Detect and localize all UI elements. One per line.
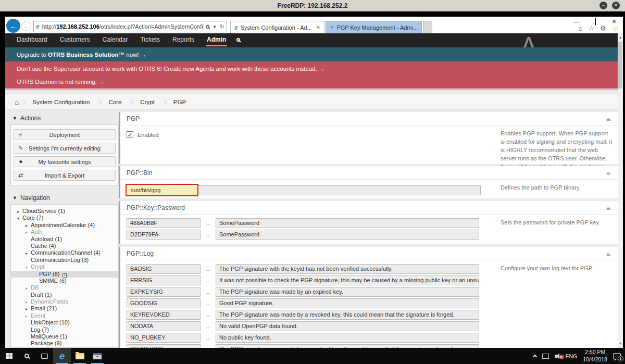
breadcrumb-item[interactable]: Crypt [133, 99, 161, 105]
nav-item-reports[interactable]: Reports [166, 33, 201, 47]
upgrade-banner[interactable]: Upgrade to OTRS Business Solution™ now! … [5, 47, 618, 61]
value-input[interactable]: SomePassword [216, 230, 479, 240]
clock[interactable]: 2:50 PM 10/4/2018 [583, 349, 607, 362]
settings-i-m-currently-editing-button[interactable]: ✎Settings I'm currently editing [14, 143, 116, 154]
external-link-icon[interactable]: ↗ [63, 273, 67, 278]
volume-muted-icon[interactable] [555, 355, 557, 358]
nav-item-customers[interactable]: Customers [54, 33, 96, 47]
nav-item-tickets[interactable]: Tickets [134, 33, 166, 47]
home-icon[interactable]: ⌂ [579, 24, 583, 32]
browser-tab[interactable]: ✶PGP Key Management - Admi... [326, 21, 422, 33]
browser-tab[interactable]: eSystem Configuration - Ad...✕ [230, 21, 324, 33]
chevron-right-icon[interactable]: ▸ [26, 285, 31, 292]
tree-item-mailqueue-1-[interactable]: MailQueue (1) [11, 333, 118, 340]
refresh-icon[interactable]: ↻ [220, 23, 224, 30]
tree-item-pgp-8-[interactable]: PGP (8)↗ [11, 271, 118, 278]
chevron-right-icon[interactable]: ▸ [26, 229, 31, 236]
my-favourite-settings-button[interactable]: ★My favourite settings [14, 156, 116, 167]
language-indicator[interactable]: ENG [566, 353, 578, 359]
highlighted-value-annotation[interactable]: /usr/bin/gpg [126, 184, 198, 196]
tree-item-log-7-[interactable]: Log (7) [11, 327, 118, 333]
address-bar[interactable]: e http://192.168.252.106/otrs/index.pl?A… [33, 21, 227, 32]
network-status-icon[interactable] [542, 354, 549, 359]
browser-back-button[interactable]: ← [6, 19, 20, 33]
task-view-button[interactable] [35, 348, 53, 364]
chevron-right-icon[interactable]: ▸ [26, 222, 31, 229]
tree-item-db[interactable]: ▸DB [11, 284, 118, 291]
superuser-warning-banner[interactable]: Don't use the Superuser account to work … [5, 61, 618, 76]
tree-item-draft-1-[interactable]: Draft (1) [11, 292, 118, 298]
actions-widget-header[interactable]: ▼ Actions [10, 112, 119, 124]
tree-item-communicationlog-3-[interactable]: CommunicationLog (3) [11, 257, 118, 263]
setting-menu-icon[interactable]: ≡ [606, 115, 610, 123]
key-input[interactable]: REVKEYSIG [127, 344, 201, 348]
tree-item-event[interactable]: ▸Event [11, 312, 118, 319]
setting-menu-icon[interactable]: ≡ [606, 204, 610, 212]
value-input[interactable]: The PGP signature was made by an expired… [216, 287, 479, 297]
url-text[interactable]: http://192.168.252.106/otrs/index.pl?Act… [42, 23, 204, 30]
chevron-right-icon[interactable]: ▸ [26, 313, 31, 320]
taskbar-search-button[interactable] [18, 348, 35, 364]
value-input[interactable]: No valid OpenPGP data found. [216, 321, 479, 331]
tree-item-cache-4-[interactable]: Cache (4) [11, 243, 118, 249]
home-breadcrumb-icon[interactable]: ⌂ [15, 98, 19, 106]
key-input[interactable]: ERRSIG [127, 275, 201, 285]
key-input[interactable]: D2DF79FA [127, 230, 201, 240]
daemon-warning-banner[interactable]: OTRS Daemon is not running. → [5, 76, 618, 90]
tree-item-smime-6-[interactable]: SMIME (6) [11, 278, 118, 284]
feedback-smiley-icon[interactable]: ☺ [612, 24, 619, 32]
value-input[interactable]: The PGP signature was made by a revoked … [216, 310, 479, 320]
tree-item-core-7-[interactable]: ▾Core (7) [11, 215, 118, 221]
chevron-down-icon[interactable]: ▾ [26, 264, 31, 271]
tree-item-appointmentcalendar-4-[interactable]: ▸AppointmentCalendar (4) [11, 222, 118, 229]
window-minimize-button[interactable]: — [573, 18, 580, 25]
tree-item-linkobject-10-[interactable]: LinkObject (10) [11, 319, 118, 326]
setting-menu-icon[interactable]: ≡ [606, 250, 610, 258]
key-input[interactable]: NO_PUBKEY [127, 333, 201, 343]
chevron-down-icon[interactable]: ▾ [17, 215, 22, 222]
breadcrumb-item[interactable]: PGP [166, 99, 193, 105]
key-input[interactable]: 488A0B8F [127, 218, 201, 228]
new-tab-button[interactable] [423, 21, 432, 33]
tab-close-icon[interactable]: ✕ [316, 24, 320, 30]
favorites-star-icon[interactable]: ☆ [588, 24, 594, 32]
window-close-button[interactable]: ✕ [610, 18, 618, 25]
tree-item-auth[interactable]: ▸Auth [11, 229, 118, 235]
tree-item-crypt[interactable]: ▾Crypt [11, 263, 118, 270]
tree-item-dynamicfields[interactable]: ▸DynamicFields [11, 298, 118, 305]
tray-expand-icon[interactable] [532, 355, 536, 359]
value-input[interactable]: Good PGP signature. [216, 298, 479, 308]
chevron-right-icon[interactable]: ▸ [26, 299, 31, 306]
key-input[interactable]: BADSIG [127, 264, 201, 274]
chevron-right-icon[interactable]: ▸ [17, 208, 22, 215]
start-button[interactable] [0, 348, 18, 364]
address-dropdown-icon[interactable]: ▾ [213, 23, 216, 30]
value-input[interactable]: The PGP signature with the keyid has not… [216, 264, 479, 274]
scrollbar-down-arrow[interactable]: ▾ [618, 340, 623, 348]
value-input[interactable]: No public key found. [216, 333, 479, 343]
browser-forward-button[interactable]: → [21, 21, 31, 31]
tree-item-email-21-[interactable]: ▸Email (21) [11, 305, 118, 312]
notification-center-icon[interactable]: 1 [613, 353, 621, 359]
taskbar-server-manager-button[interactable] [89, 348, 106, 364]
nav-search-icon[interactable] [236, 38, 240, 42]
nav-item-calendar[interactable]: Calendar [96, 33, 134, 47]
rdp-minimize-button[interactable]: − [599, 2, 607, 9]
breadcrumb-item[interactable]: Core [101, 99, 129, 105]
checkbox-checked-icon[interactable]: ✓ [127, 131, 133, 138]
tree-item-communicationchannel-4-[interactable]: ▸CommunicationChannel (4) [11, 249, 118, 256]
chevron-right-icon[interactable]: ▸ [26, 250, 31, 257]
rdp-close-button[interactable]: ✕ [612, 2, 620, 9]
breadcrumb-item[interactable]: System Configuration [25, 99, 97, 105]
import-export-button[interactable]: ⇄Import & Export [14, 170, 116, 181]
value-input[interactable]: It was not possible to check the PGP sig… [216, 275, 479, 285]
deployment-button[interactable]: ➤Deployment [14, 129, 116, 140]
tree-item-autoload-1-[interactable]: Autoload (1) [11, 236, 118, 243]
chevron-right-icon[interactable]: ▸ [26, 306, 31, 312]
settings-gear-icon[interactable]: ⚙ [600, 24, 606, 32]
value-input[interactable]: SomePassword [216, 218, 479, 228]
nav-item-admin[interactable]: Admin [201, 33, 232, 47]
setting-menu-icon[interactable]: ≡ [606, 169, 610, 178]
tree-item-cloudservice-1-[interactable]: ▸CloudService (1) [11, 208, 118, 215]
tree-item-package-9-[interactable]: Package (9) [11, 340, 118, 347]
